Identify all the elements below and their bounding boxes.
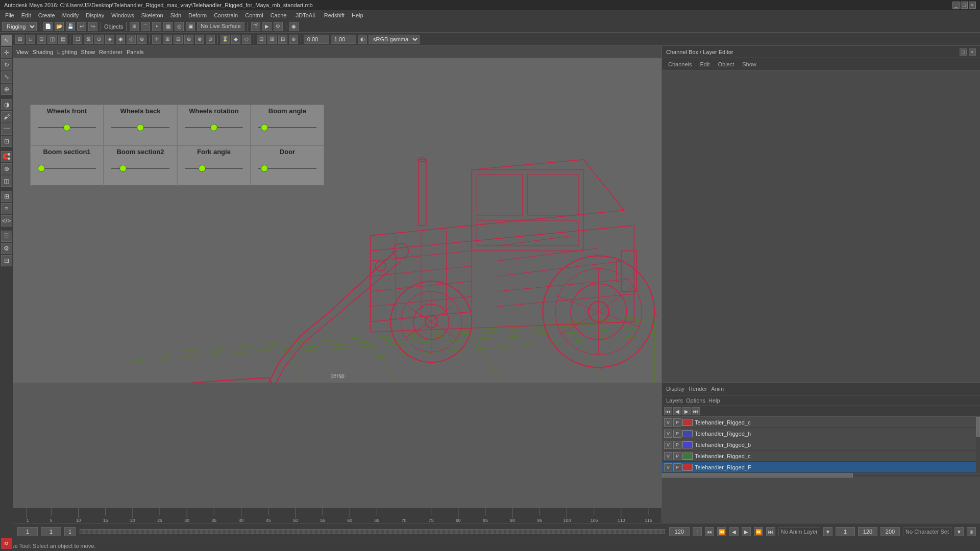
render-settings-btn[interactable]: ⚙: [274, 22, 283, 31]
menu-skeleton[interactable]: Skeleton: [138, 11, 166, 19]
tool2-2[interactable]: □: [26, 35, 35, 44]
layer-p-3[interactable]: P: [673, 452, 681, 460]
ipr-btn[interactable]: ▶: [262, 22, 272, 31]
paint-select-btn[interactable]: 🖌: [1, 111, 12, 122]
scale-tool-btn[interactable]: ⤡: [1, 71, 12, 83]
layer-row-2[interactable]: V P Telehandler_Rigged_b: [662, 439, 980, 450]
layer-v-0[interactable]: V: [664, 418, 672, 427]
layer-tab-anim[interactable]: Anim: [711, 386, 724, 392]
cam-btn3[interactable]: ⊟: [278, 35, 287, 44]
gamma-max-input[interactable]: [331, 35, 356, 44]
layer-p-2[interactable]: P: [673, 441, 681, 449]
menu-display[interactable]: Display: [83, 11, 107, 19]
layer-v-1[interactable]: V: [664, 430, 672, 438]
menu-create[interactable]: Create: [35, 11, 58, 19]
layer-ctrl-4[interactable]: ⏭: [692, 407, 700, 415]
menu-modify[interactable]: Modify: [59, 11, 82, 19]
playback-options-btn[interactable]: ⋮: [693, 527, 702, 536]
ch-tab-show[interactable]: Show: [740, 60, 758, 68]
layer-p-4[interactable]: P: [673, 463, 681, 471]
layer-hscroll-thumb[interactable]: [662, 473, 853, 478]
tool2-11[interactable]: ◎: [127, 35, 136, 44]
gamma-input[interactable]: [304, 35, 329, 44]
menu-redshift[interactable]: Redshift: [321, 11, 348, 19]
soft-select-btn[interactable]: ◑: [1, 99, 12, 110]
anim-layer-opts[interactable]: ▼: [823, 527, 832, 536]
timeline[interactable]: 1 5 10 15 20 25 30 35 40 45 50 55 60: [13, 508, 662, 523]
marquee-tool-btn[interactable]: ⊡: [1, 136, 12, 147]
channel-box-float-btn[interactable]: □: [960, 48, 967, 56]
layer-ctrl-3[interactable]: ▶: [682, 407, 691, 415]
layer-row-1[interactable]: V P Telehandler_Rigged_h: [662, 428, 980, 439]
window-controls[interactable]: _ □ ×: [952, 2, 976, 9]
step-forward-btn[interactable]: ⏩: [754, 527, 763, 536]
layer-scroll-thumb[interactable]: [976, 417, 980, 437]
anim-start-input[interactable]: [836, 527, 855, 536]
layer-p-0[interactable]: P: [673, 418, 681, 427]
tool2-15[interactable]: ⊟: [174, 35, 183, 44]
layer-ctrl-2[interactable]: ◀: [673, 407, 681, 415]
tool2-17[interactable]: ⊗: [195, 35, 204, 44]
layer-tab-render[interactable]: Render: [689, 386, 707, 392]
new-scene-btn[interactable]: 📄: [43, 22, 53, 31]
universal-tool-btn[interactable]: ⊕: [1, 84, 12, 95]
anim-current-input[interactable]: [858, 527, 877, 536]
current-frame-display[interactable]: [41, 527, 61, 536]
menu-deform[interactable]: Deform: [185, 11, 210, 19]
char-set-label[interactable]: No Character Set: [903, 527, 951, 536]
snap-tool-btn[interactable]: 🧲: [1, 151, 12, 162]
tool2-4[interactable]: ◫: [47, 35, 57, 44]
anim-end-input[interactable]: [880, 527, 900, 536]
snap-point-btn[interactable]: •: [152, 22, 161, 31]
close-button[interactable]: ×: [969, 2, 976, 9]
menu-cache[interactable]: Cache: [267, 11, 290, 19]
tool2-21[interactable]: ◇: [242, 35, 251, 44]
menu-help[interactable]: Help: [349, 11, 366, 19]
layer-subtab-layers[interactable]: Layers: [666, 397, 683, 404]
script-btn[interactable]: </>: [1, 215, 12, 227]
maximize-button[interactable]: □: [961, 2, 968, 9]
layer-v-4[interactable]: V: [664, 463, 672, 471]
layer-row-4[interactable]: V P Telehandler_Rigged_F: [662, 462, 980, 473]
layer-color-4[interactable]: [682, 464, 693, 471]
tool2-13[interactable]: ✛: [152, 35, 161, 44]
range-end-input[interactable]: [669, 527, 690, 536]
gamma-btn[interactable]: ◐: [358, 35, 367, 44]
play-forward-btn[interactable]: ▶: [742, 527, 751, 536]
tool2-7[interactable]: ⊠: [84, 35, 93, 44]
tool2-20[interactable]: ◆: [231, 35, 240, 44]
mode-dropdown[interactable]: Rigging: [2, 22, 37, 31]
frame-indicator[interactable]: 1: [64, 527, 76, 536]
minimize-button[interactable]: _: [952, 2, 960, 9]
layer-hscrollbar[interactable]: [662, 473, 980, 477]
move-tool-btn[interactable]: ✛: [1, 47, 12, 58]
tool2-5[interactable]: ▤: [58, 35, 67, 44]
channel-box-close-btn[interactable]: ×: [969, 48, 976, 56]
redo-btn[interactable]: ↪: [88, 22, 97, 31]
tool2-12[interactable]: ⊕: [137, 35, 146, 44]
snap-grid-btn[interactable]: ⊞: [130, 22, 139, 31]
rotate-tool-btn[interactable]: ↻: [1, 59, 12, 70]
ch-tab-edit[interactable]: Edit: [698, 60, 712, 68]
tool2-19[interactable]: ⌛: [220, 35, 230, 44]
snap-view-btn[interactable]: ▣: [186, 22, 195, 31]
undo-btn[interactable]: ↩: [77, 22, 86, 31]
menu-skin[interactable]: Skin: [167, 11, 184, 19]
layer-p-1[interactable]: P: [673, 430, 681, 438]
tool-settings-btn[interactable]: ⚙: [1, 243, 12, 254]
layer-ctrl-1[interactable]: ⏮: [664, 407, 672, 415]
shelf-btn[interactable]: ☰: [1, 231, 12, 242]
layer-row-3[interactable]: V P Telehandler_Rigged_c: [662, 450, 980, 462]
ch-tab-object[interactable]: Object: [716, 60, 736, 68]
go-start-btn[interactable]: ⏮: [705, 527, 714, 536]
timeline-range-bar[interactable]: [80, 529, 665, 534]
tool2-8[interactable]: ⊙: [94, 35, 104, 44]
char-set-extra[interactable]: ⊕: [967, 527, 976, 536]
snap-curve-btn[interactable]: ⌒: [141, 22, 150, 31]
menu-windows[interactable]: Windows: [108, 11, 137, 19]
menu-constrain[interactable]: Constrain: [211, 11, 241, 19]
save-scene-btn[interactable]: 💾: [66, 22, 75, 31]
menu-file[interactable]: File: [2, 11, 17, 19]
attr-btn[interactable]: ⊞: [1, 191, 12, 202]
cam-btn1[interactable]: ⊡: [257, 35, 266, 44]
